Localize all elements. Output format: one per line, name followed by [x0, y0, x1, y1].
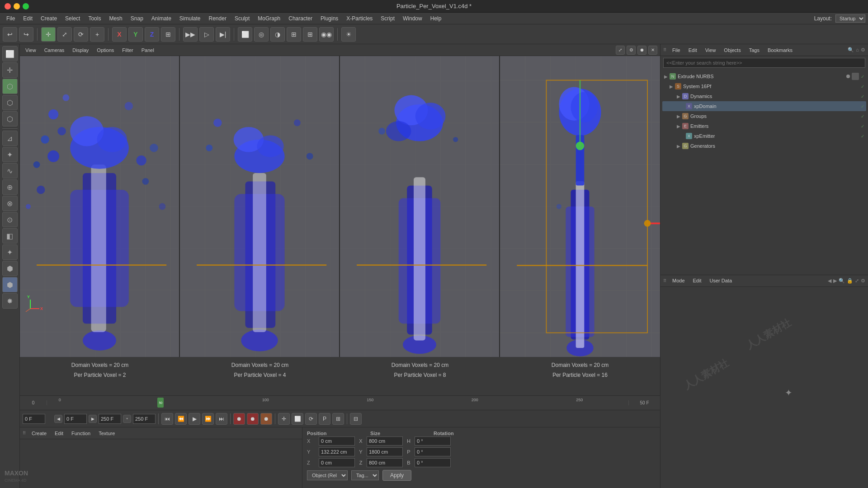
- attr-menu-function[interactable]: Function: [69, 430, 93, 437]
- size-x-input[interactable]: [367, 436, 403, 446]
- x-axis-button[interactable]: X: [112, 27, 127, 42]
- timeline-ruler[interactable]: 0 50 100 150 200 250 50: [47, 396, 628, 410]
- pos-z-input[interactable]: [319, 458, 355, 467]
- tool-xp[interactable]: ✸: [2, 293, 18, 309]
- close-button[interactable]: [5, 3, 11, 9]
- rot-h-input[interactable]: [415, 436, 451, 446]
- menu-snap[interactable]: Snap: [127, 14, 147, 23]
- tool-paint[interactable]: ✦: [2, 147, 18, 162]
- tree-item-xpemitter[interactable]: X xpEmitter ✓: [662, 131, 866, 141]
- prop-search-icon[interactable]: 🔍: [839, 278, 845, 284]
- search-icon[interactable]: 🔍: [848, 47, 854, 53]
- tree-item-xpdomain[interactable]: X xpDomain ✓: [662, 101, 866, 111]
- key-remove-button[interactable]: ⬜: [292, 413, 303, 425]
- tool-select[interactable]: ⬜: [2, 46, 18, 61]
- menu-help[interactable]: Help: [427, 14, 445, 23]
- obj-menu-bookmarks[interactable]: Bookmarks: [765, 47, 795, 54]
- tree-item-dynamics[interactable]: ▶ D Dynamics ✓: [662, 91, 866, 101]
- layout-select[interactable]: Startup: [835, 14, 865, 23]
- maximize-button[interactable]: [23, 3, 29, 9]
- menu-window[interactable]: Window: [399, 14, 426, 23]
- frame-end-input[interactable]: [133, 414, 156, 424]
- obj-menu-tags[interactable]: Tags: [746, 47, 762, 54]
- rotate-tool-button[interactable]: ⟳: [74, 27, 88, 42]
- vp-menu-options[interactable]: Options: [94, 47, 117, 54]
- prop-menu-mode[interactable]: Mode: [670, 277, 688, 284]
- tree-item-extrude-nurbs[interactable]: ▶ N Extrude NURBS ✓: [662, 71, 866, 81]
- key-select-button[interactable]: ⟳: [305, 413, 317, 425]
- render-button[interactable]: ▶|: [216, 27, 230, 42]
- menu-file[interactable]: File: [3, 14, 19, 23]
- key-add-button[interactable]: ✛: [278, 413, 290, 425]
- frame-plus-button[interactable]: ▶: [89, 415, 97, 423]
- transform-button[interactable]: ⊞: [161, 27, 175, 42]
- tag-select[interactable]: Tag...: [351, 470, 379, 480]
- minimize-button[interactable]: [14, 3, 20, 9]
- menu-render[interactable]: Render: [205, 14, 230, 23]
- menu-simulate[interactable]: Simulate: [176, 14, 204, 23]
- rot-b-input[interactable]: [415, 458, 451, 467]
- z-axis-button[interactable]: Z: [145, 27, 159, 42]
- viewport-panel-4[interactable]: [500, 56, 660, 357]
- menu-mograph[interactable]: MoGraph: [254, 14, 284, 23]
- tool-sculpt[interactable]: ⊿: [2, 131, 18, 146]
- viewport-panel-3[interactable]: [340, 56, 500, 357]
- scale-tool-button[interactable]: ⤢: [57, 27, 72, 42]
- menu-plugins[interactable]: Plugins: [317, 14, 342, 23]
- apply-button[interactable]: Apply: [382, 470, 411, 481]
- vp-record-button[interactable]: ⏺: [637, 46, 646, 55]
- obj-menu-edit[interactable]: Edit: [686, 47, 700, 54]
- vp-menu-view[interactable]: View: [23, 47, 39, 54]
- home-icon[interactable]: ⌂: [856, 47, 859, 53]
- step-back-button[interactable]: ⏪: [175, 413, 187, 425]
- size-z-input[interactable]: [367, 458, 403, 467]
- attr-menu-edit[interactable]: Edit: [52, 430, 66, 437]
- current-frame-input[interactable]: [23, 414, 45, 424]
- vp-settings-button[interactable]: ⚙: [627, 46, 636, 55]
- viewport-content[interactable]: Front 人人素材社 人人素材社 人人素材社 人人素材社: [20, 56, 660, 357]
- tool-nurbs[interactable]: ⊕: [2, 179, 18, 195]
- timeline-mode-button[interactable]: ⊟: [350, 413, 362, 425]
- frame-minus-button[interactable]: ◀: [54, 415, 62, 423]
- render-region-button[interactable]: ▶▶: [183, 27, 198, 42]
- motion-path-button[interactable]: P: [319, 413, 330, 425]
- pos-y-input[interactable]: [319, 447, 355, 456]
- frame-to-input[interactable]: [99, 414, 121, 424]
- render-active-button[interactable]: ▷: [199, 27, 214, 42]
- wireframe-button[interactable]: ⊞: [287, 27, 301, 42]
- tool-spline[interactable]: ∿: [2, 163, 18, 178]
- prop-forward-icon[interactable]: ▶: [833, 278, 837, 284]
- tree-item-generators[interactable]: ▶ G Generators: [662, 141, 866, 151]
- vp-menu-display[interactable]: Display: [70, 47, 91, 54]
- move-tool-button[interactable]: ✛: [41, 27, 56, 42]
- frame-end-plus-button[interactable]: +: [123, 415, 131, 423]
- prop-settings-icon[interactable]: ⚙: [861, 278, 865, 284]
- tool-material[interactable]: ⬢: [2, 277, 18, 292]
- fcurve-button[interactable]: ⊞: [332, 413, 344, 425]
- tool-light[interactable]: ✦: [2, 244, 18, 260]
- attr-menu-create[interactable]: Create: [29, 430, 49, 437]
- rot-p-input[interactable]: [415, 447, 451, 456]
- menu-character[interactable]: Character: [285, 14, 316, 23]
- undo-button[interactable]: ↩: [3, 27, 17, 42]
- redo-button[interactable]: ↪: [19, 27, 33, 42]
- tree-item-groups[interactable]: ▶ G Groups ✓: [662, 111, 866, 121]
- light-button[interactable]: ☀: [341, 27, 356, 42]
- menu-tools[interactable]: Tools: [85, 14, 104, 23]
- vp-expand-button[interactable]: ⤢: [616, 46, 625, 55]
- prop-back-icon[interactable]: ◀: [828, 278, 831, 284]
- obj-menu-objects[interactable]: Objects: [721, 47, 743, 54]
- menu-edit[interactable]: Edit: [19, 14, 36, 23]
- menu-script[interactable]: Script: [377, 14, 398, 23]
- obj-menu-view[interactable]: View: [703, 47, 719, 54]
- prop-menu-edit[interactable]: Edit: [690, 277, 704, 284]
- tool-polygon[interactable]: ⬡: [2, 79, 18, 94]
- tree-item-emitters[interactable]: ▶ E Emitters ✓: [662, 121, 866, 131]
- stereo-button[interactable]: ◉◉: [319, 27, 334, 42]
- step-fwd-button[interactable]: ⏩: [202, 413, 214, 425]
- y-axis-button[interactable]: Y: [128, 27, 143, 42]
- menu-select[interactable]: Select: [61, 14, 84, 23]
- prop-lock-icon[interactable]: 🔒: [847, 278, 853, 284]
- timeline-playhead[interactable]: 50: [157, 398, 164, 408]
- record-button[interactable]: ⏺: [233, 413, 245, 425]
